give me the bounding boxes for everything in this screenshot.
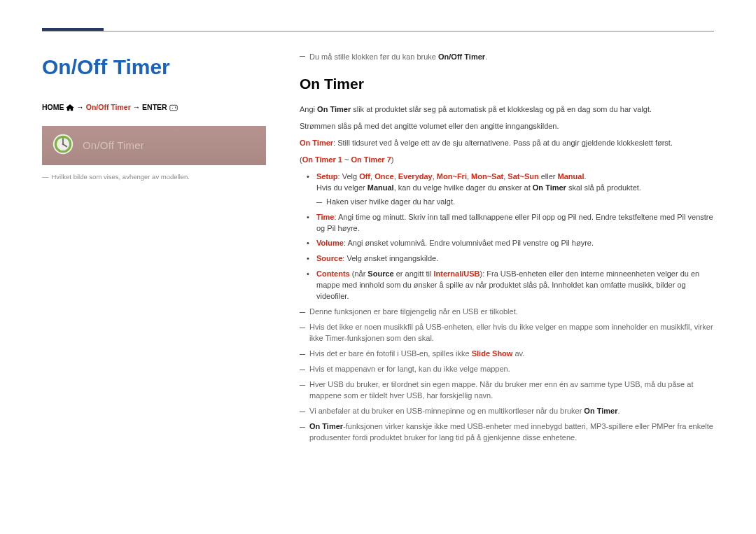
list-item: Hver USB du bruker, er tilordnet sin ege… xyxy=(300,379,714,402)
timer-range: On Timer 1 xyxy=(302,155,342,164)
list-item: Contents (når Source er angitt til Inter… xyxy=(316,269,714,302)
breadcrumb-section: On/Off Timer xyxy=(86,103,131,111)
page-top-rule xyxy=(42,31,714,31)
list-item: Volume: Angi ønsket volumnivå. Endre vol… xyxy=(316,238,714,249)
dash-note-list: Denne funksjonen er bare tilgjengelig nå… xyxy=(300,307,714,443)
left-footnote: ― Hvilket bilde som vises, avhenger av m… xyxy=(42,172,266,182)
list-item: Source: Velg ønsket inngangskilde. xyxy=(316,253,714,265)
dash-icon xyxy=(300,312,305,313)
dash-icon xyxy=(300,385,305,386)
dash-icon xyxy=(316,202,322,203)
list-item: Vi anbefaler at du bruker en USB-minnepi… xyxy=(300,406,714,417)
svg-point-3 xyxy=(62,143,64,145)
list-item: Setup: Velg Off, Once, Everyday, Mon~Fri… xyxy=(316,171,714,208)
breadcrumb: HOME → On/Off Timer → ENTER xyxy=(42,102,266,113)
left-column: On/Off Timer HOME → On/Off Timer → ENTER xyxy=(42,51,266,448)
right-column: Du må stille klokken før du kan bruke On… xyxy=(300,51,714,448)
sub-note: Haken viser hvilke dager du har valgt. xyxy=(316,197,714,208)
panel-label: On/Off Timer xyxy=(83,138,144,154)
left-footnote-text: Hvilket bilde som vises, avhenger av mod… xyxy=(52,172,190,182)
dash-icon: ― xyxy=(42,172,49,182)
list-item: Hvis det er bare én fotofil i USB-en, sp… xyxy=(300,349,714,360)
dash-icon xyxy=(300,328,305,328)
svg-rect-0 xyxy=(169,105,177,111)
body-paragraph: On Timer: Still tidsuret ved å velge ett… xyxy=(300,138,714,149)
breadcrumb-enter: ENTER xyxy=(142,103,167,111)
body-paragraph: Angi On Timer slik at produktet slår seg… xyxy=(300,104,714,115)
home-icon xyxy=(66,103,76,111)
dash-icon xyxy=(300,56,305,57)
body-paragraph: (On Timer 1 ~ On Timer 7) xyxy=(300,155,714,166)
body-paragraph: Strømmen slås på med det angitte volumet… xyxy=(300,121,714,132)
dash-icon xyxy=(300,427,305,428)
list-item: On Timer-funksjonen virker kanskje ikke … xyxy=(300,421,714,444)
section-title: On Timer xyxy=(300,73,714,95)
list-item: Denne funksjonen er bare tilgjengelig nå… xyxy=(300,307,714,318)
timer-range: On Timer 7 xyxy=(351,155,391,164)
arrow-icon: → xyxy=(133,103,142,111)
list-item: Hvis det ikke er noen musikkfil på USB-e… xyxy=(300,322,714,344)
timer-icon xyxy=(52,133,74,159)
menu-panel: On/Off Timer xyxy=(42,126,266,165)
enter-icon xyxy=(169,103,178,111)
dash-icon xyxy=(300,354,305,355)
top-note: Du må stille klokken før du kan bruke On… xyxy=(300,51,714,63)
arrow-icon: → xyxy=(76,103,85,111)
bullet-list: Setup: Velg Off, Once, Everyday, Mon~Fri… xyxy=(300,171,714,302)
dash-icon xyxy=(300,412,305,412)
list-item: Hvis et mappenavn er for langt, kan du i… xyxy=(300,364,714,375)
page-layout: On/Off Timer HOME → On/Off Timer → ENTER xyxy=(42,51,714,448)
page-title: On/Off Timer xyxy=(42,51,266,83)
top-note-text: Du må stille klokken før du kan bruke On… xyxy=(309,51,487,63)
dash-icon xyxy=(300,370,305,370)
list-item: Time: Angi time og minutt. Skriv inn tal… xyxy=(316,212,714,234)
breadcrumb-home: HOME xyxy=(42,103,64,111)
